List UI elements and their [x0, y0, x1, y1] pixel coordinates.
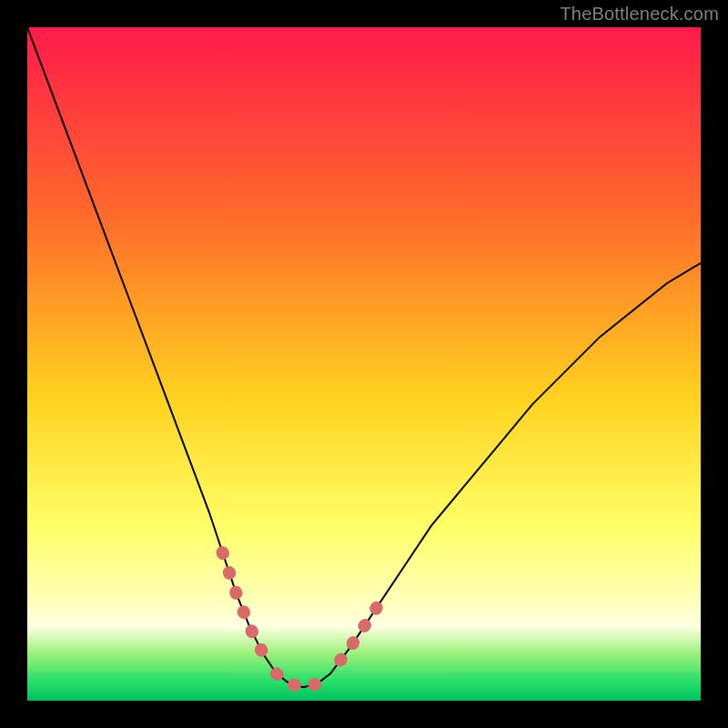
watermark-label: TheBottleneck.com	[560, 4, 719, 25]
plot-area	[27, 27, 701, 701]
gradient-background	[27, 27, 701, 701]
plot-svg	[27, 27, 701, 701]
chart-stage: TheBottleneck.com	[0, 0, 728, 728]
